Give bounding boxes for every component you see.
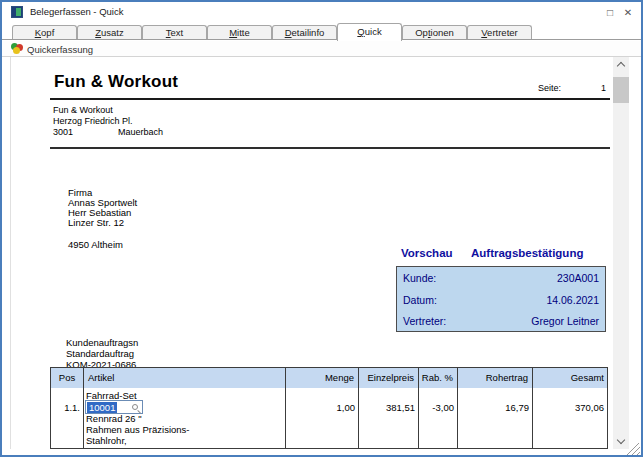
tab-detailinfo[interactable]: Detailinfo xyxy=(272,25,337,40)
resize-grip[interactable] xyxy=(627,443,640,455)
col-header-einzelpreis: Einzelpreis xyxy=(359,368,419,388)
info-row-kunde: Kunde: 230A001 xyxy=(403,272,599,286)
recipient-line: Linzer Str. 12 xyxy=(68,218,124,228)
col-header-pos: Pos xyxy=(51,368,84,388)
quickerfassung-icon xyxy=(11,43,24,54)
sender-name: Fun & Workout xyxy=(53,105,113,116)
col-header-rab: Rab. % xyxy=(419,368,458,388)
sender-zip: 3001 xyxy=(53,127,73,138)
document-preview[interactable]: Fun & Workout Seite: 1 Fun & Workout Her… xyxy=(10,57,613,449)
article-number-selected: 10001 xyxy=(87,402,117,413)
app-icon xyxy=(11,6,23,18)
row-rohertrag: 16,79 xyxy=(457,402,529,413)
row-menge: 1,00 xyxy=(285,402,355,413)
col-header-gesamt: Gesamt xyxy=(533,368,608,388)
chevron-up-icon xyxy=(617,62,625,70)
article-number-input[interactable]: 10001 xyxy=(85,400,143,414)
tab-vertreter[interactable]: Vertreter xyxy=(467,25,532,40)
article-description-line: Rahmen aus Präzisions- xyxy=(86,424,190,435)
article-description-line: Rennrad 26 " xyxy=(86,413,142,424)
search-icon[interactable] xyxy=(132,404,138,410)
tab-zusatz[interactable]: Zusatz xyxy=(77,25,142,40)
sender-rule xyxy=(50,147,610,149)
window-title: Belegerfassen - Quick xyxy=(30,6,123,17)
company-title: Fun & Workout xyxy=(54,72,178,92)
belegerfassen-window: Belegerfassen - Quick □ ✕ Kopf Zusatz Te… xyxy=(0,0,643,457)
row-pos: 1.1. xyxy=(50,402,80,413)
header-rule xyxy=(50,98,610,100)
info-row-vertreter: Vertreter: Gregor Leitner xyxy=(403,315,599,329)
tab-optionen[interactable]: Optionen xyxy=(402,25,467,40)
col-header-artikel: Artikel xyxy=(84,368,286,388)
close-button[interactable]: ✕ xyxy=(619,5,637,20)
quickerfassung-label: Quickerfassung xyxy=(27,44,93,55)
kunde-value: 230A001 xyxy=(557,272,599,284)
sender-city: Mauerbach xyxy=(118,127,163,138)
order-info-line: Kundenauftragsn xyxy=(66,337,138,348)
preview-doc-type: Auftragsbestätigung xyxy=(471,247,583,259)
tab-strip: Kopf Zusatz Text Mitte Detailinfo Quick … xyxy=(2,23,641,40)
info-row-datum: Datum: 14.06.2021 xyxy=(403,294,599,308)
col-header-menge: Menge xyxy=(286,368,359,388)
row-einzelpreis: 381,51 xyxy=(358,402,415,413)
titlebar[interactable]: Belegerfassen - Quick □ ✕ xyxy=(2,2,641,22)
quickerfassung-header: Quickerfassung xyxy=(2,41,641,57)
page-label: Seite: xyxy=(538,83,561,93)
sender-street: Herzog Friedrich Pl. xyxy=(53,116,133,127)
row-rab-prozent: -3,00 xyxy=(418,402,454,413)
scrollbar-thumb[interactable] xyxy=(613,77,629,103)
scroll-up-button[interactable] xyxy=(613,57,629,72)
tab-text[interactable]: Text xyxy=(142,25,207,40)
preview-info-box: Kunde: 230A001 Datum: 14.06.2021 Vertret… xyxy=(396,266,606,332)
vertreter-value: Gregor Leitner xyxy=(531,315,599,327)
tab-kopf[interactable]: Kopf xyxy=(12,25,77,40)
tab-quick[interactable]: Quick xyxy=(337,23,402,41)
recipient-city: 4950 Altheim xyxy=(68,240,123,250)
chevron-down-icon xyxy=(617,436,625,444)
order-info-line: Standardauftrag xyxy=(66,348,134,359)
article-description-line: Stahlrohr, xyxy=(86,435,127,446)
item-table-header: Pos Artikel Menge Einzelpreis Rab. % Roh… xyxy=(50,367,608,389)
tab-mitte[interactable]: Mitte xyxy=(207,25,272,40)
preview-title: Vorschau xyxy=(401,247,453,259)
maximize-button[interactable]: □ xyxy=(601,5,619,20)
datum-value: 14.06.2021 xyxy=(546,294,599,306)
row-gesamt: 370,06 xyxy=(532,402,604,413)
page-number: 1 xyxy=(591,83,606,93)
vertical-scrollbar[interactable] xyxy=(613,57,629,449)
col-header-rohertrag: Rohertrag xyxy=(458,368,533,388)
